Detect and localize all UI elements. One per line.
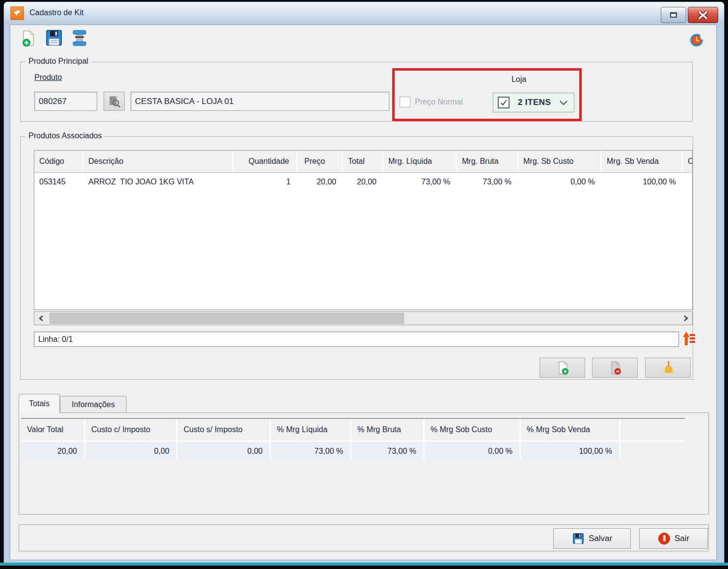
totais-mrg-bruta: 73,00 % xyxy=(351,442,425,460)
title-bar[interactable]: Cadastro de Kit xyxy=(4,2,724,25)
add-document-icon xyxy=(555,360,570,376)
restore-button[interactable] xyxy=(661,7,686,23)
totais-values-row: 20,00 0,00 0,00 73,00 % 73,00 % 0,00 % 1… xyxy=(21,442,685,460)
tab-informacoes-label: Informações xyxy=(72,400,115,409)
produtos-associados-group: Produtos Associados Código Descrição Qua… xyxy=(20,136,693,380)
row-status-text: Linha: 0/1 xyxy=(38,335,73,344)
cell-total: 20,00 xyxy=(343,173,383,191)
window-title: Cadastro de Kit xyxy=(29,8,83,17)
totais-col-mrg-sob-custo: % Mrg Sob Custo xyxy=(425,419,521,440)
remove-document-icon xyxy=(607,360,623,376)
loja-selected-value: 2 ITENS xyxy=(510,98,559,107)
col-header-preco: Preço xyxy=(297,151,343,172)
add-item-button[interactable] xyxy=(539,358,585,378)
totais-custo-c-imposto: 0,00 xyxy=(85,442,178,460)
totais-mrg-liquida: 73,00 % xyxy=(271,442,351,460)
descricao-produto-field[interactable]: CESTA BASICA - LOJA 01 xyxy=(131,92,389,111)
chevron-right-icon xyxy=(683,315,689,322)
preco-normal-label: Preço Normal xyxy=(415,98,463,106)
cell-descricao: ARROZ TIO JOAO 1KG VITA xyxy=(83,173,234,191)
loja-checkbox[interactable] xyxy=(498,97,510,108)
tab-informacoes[interactable]: Informações xyxy=(60,396,127,413)
cell-mrg-liquida: 73,00 % xyxy=(383,173,457,191)
clear-button[interactable] xyxy=(645,358,691,378)
app-window: Cadastro de Kit xyxy=(3,1,725,563)
save-icon xyxy=(45,28,63,47)
close-icon xyxy=(698,11,708,19)
loja-dropdown[interactable]: 2 ITENS xyxy=(493,93,574,112)
timer-icon xyxy=(689,32,704,48)
cell-mrg-bruta: 73,00 % xyxy=(457,173,518,191)
salvar-button[interactable]: Salvar xyxy=(553,528,631,549)
new-kit-button[interactable] xyxy=(19,29,38,48)
close-button[interactable] xyxy=(688,7,718,23)
totais-custo-s-imposto: 0,00 xyxy=(178,442,271,460)
tab-totais-label: Totais xyxy=(29,399,50,408)
save-icon xyxy=(572,532,585,545)
col-header-mrg-bruta: Mrg. Bruta xyxy=(457,151,518,172)
grid-header-row: Código Descrição Quantidade Preço Total … xyxy=(34,151,692,173)
horizontal-scrollbar[interactable] xyxy=(34,311,693,325)
restore-icon xyxy=(670,12,677,18)
produto-principal-legend: Produto Principal xyxy=(26,57,91,66)
scroll-right-arrow[interactable] xyxy=(679,312,692,325)
window-bottom-edge xyxy=(0,563,728,566)
sair-button[interactable]: Sair xyxy=(639,528,708,549)
export-list-icon xyxy=(681,330,696,347)
scroll-left-arrow[interactable] xyxy=(34,312,48,325)
cell-codigo: 053145 xyxy=(34,173,83,191)
client-area: Produto Principal Produto 080267 CESTA B… xyxy=(10,25,717,560)
totais-header-row: Valor Total Custo c/ Imposto Custo s/ Im… xyxy=(21,419,685,442)
sair-label: Sair xyxy=(674,534,689,543)
search-icon xyxy=(108,95,121,108)
col-header-quantidade: Quantidade xyxy=(234,151,297,172)
produtos-grid: Código Descrição Quantidade Preço Total … xyxy=(34,150,693,310)
totais-mrg-sob-custo: 0,00 % xyxy=(425,442,521,460)
produto-label: Produto xyxy=(34,73,62,82)
toolbar-save-button[interactable] xyxy=(45,28,63,47)
scrollbar-thumb[interactable] xyxy=(50,313,404,324)
cell-quantidade: 1 xyxy=(234,173,297,191)
preco-normal-checkbox[interactable] xyxy=(400,97,410,107)
col-header-mrg-sb-venda: Mrg. Sb Venda xyxy=(602,151,683,172)
col-header-cutoff: C xyxy=(683,151,693,172)
page-background: Cadastro de Kit xyxy=(0,0,728,569)
footer-bar: Salvar Sair xyxy=(19,524,709,551)
table-row[interactable]: 053145 ARROZ TIO JOAO 1KG VITA 1 20,00 2… xyxy=(34,173,692,191)
exit-icon xyxy=(70,28,89,47)
totais-panel: Valor Total Custo c/ Imposto Custo s/ Im… xyxy=(19,413,709,515)
totais-valor-total: 20,00 xyxy=(21,442,85,460)
cell-mrg-sb-custo: 0,00 % xyxy=(518,173,602,191)
totais-col-custo-s-imposto: Custo s/ Imposto xyxy=(178,419,271,440)
totais-mrg-sob-venda: 100,00 % xyxy=(521,442,620,460)
tab-totais[interactable]: Totais xyxy=(19,394,60,413)
broom-icon xyxy=(660,360,676,376)
toolbar-exit-button[interactable] xyxy=(70,28,89,47)
totais-col-mrg-liquida: % Mrg Líquida xyxy=(271,419,351,440)
app-icon xyxy=(10,6,24,20)
chevron-left-icon xyxy=(38,315,44,322)
totais-col-mrg-sob-venda: % Mrg Sob Venda xyxy=(521,419,620,440)
totais-col-valor-total: Valor Total xyxy=(21,419,85,440)
loja-label: Loja xyxy=(482,75,556,84)
row-status-bar: Linha: 0/1 xyxy=(34,332,679,347)
cell-preco: 20,00 xyxy=(297,173,343,191)
totais-table: Valor Total Custo c/ Imposto Custo s/ Im… xyxy=(21,418,685,460)
export-list-button[interactable] xyxy=(681,330,696,347)
totais-col-custo-c-imposto: Custo c/ Imposto xyxy=(85,419,178,440)
new-document-icon xyxy=(20,29,37,47)
codigo-produto-field[interactable]: 080267 xyxy=(34,92,97,111)
check-icon xyxy=(500,99,508,106)
search-produto-button[interactable] xyxy=(104,92,125,111)
col-header-mrg-sb-custo: Mrg. Sb Custo xyxy=(518,151,602,172)
cell-mrg-sb-venda: 100,00 % xyxy=(602,173,683,191)
col-header-descricao: Descrição xyxy=(83,151,234,172)
chevron-down-icon xyxy=(559,100,568,105)
salvar-label: Salvar xyxy=(589,534,612,543)
col-header-total: Total xyxy=(343,151,383,172)
produto-principal-group: Produto Principal Produto 080267 CESTA B… xyxy=(20,62,693,122)
col-header-mrg-liquida: Mrg. Líquida xyxy=(383,151,457,172)
produtos-associados-legend: Produtos Associados xyxy=(26,131,105,140)
sair-icon xyxy=(658,532,671,545)
remove-item-button[interactable] xyxy=(592,358,638,378)
